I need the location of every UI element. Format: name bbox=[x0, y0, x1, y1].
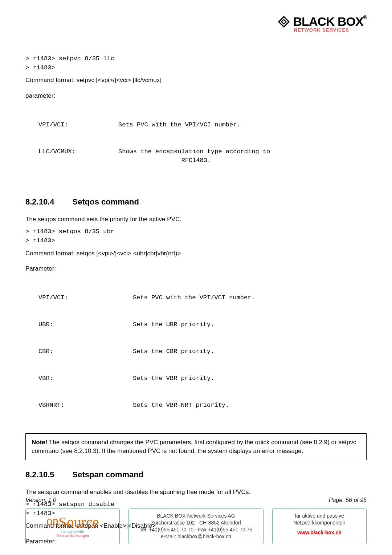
param-row: UBR:Sets the UBR priority. bbox=[38, 320, 367, 329]
param-row: VBRNRT:Sets the VBR-NRT priority. bbox=[38, 401, 367, 410]
setspan-description: The setspan command enables and disables… bbox=[25, 488, 367, 497]
note-body: The setqos command changes the PVC param… bbox=[32, 439, 356, 454]
param-row: VPI/VCI:Sets PVC with the VPI/VCI number… bbox=[38, 121, 367, 130]
parameter-list: VPI/VCI:Sets PVC with the VPI/VCI number… bbox=[38, 276, 367, 419]
parameter-heading: parameter: bbox=[25, 92, 367, 101]
page-number: Page. 56 of 95 bbox=[329, 497, 367, 503]
param-row: CBR:Sets the CBR priority. bbox=[38, 347, 367, 356]
page-footer: Version: 1.0 Page. 56 of 95 onSource für… bbox=[25, 497, 367, 544]
command-format-setqos: Command format: setqos [<vpi>/]<vci> <ub… bbox=[25, 249, 367, 258]
section-heading-setspan: 8.2.10.5Setspan command bbox=[25, 469, 367, 481]
footer-address-box: BLACK BOX Network Services AG Zürcherstr… bbox=[128, 509, 264, 544]
setqos-description: The setqos command sets the priority for… bbox=[25, 215, 367, 224]
parameter-list: VPI/VCI:Sets PVC with the VPI/VCI number… bbox=[38, 103, 367, 174]
param-row: LLC/VCMUX:Shows the encapsulation type a… bbox=[38, 147, 367, 165]
parameter-list: Enable:To enable the spanning tree mode … bbox=[38, 548, 367, 555]
param-row: VPI/VCI:Sets PVC with the VPI/VCI number… bbox=[38, 293, 367, 303]
parameter-heading: Parameter: bbox=[25, 264, 367, 274]
param-row: VBR:Sets the VBR priority. bbox=[38, 374, 367, 383]
website-link[interactable]: www.black-box.ch bbox=[297, 530, 342, 535]
code-block-setqos: > r1483> setqos 8/35 ubr > r1483> bbox=[25, 227, 367, 245]
command-format-setpvc: Command format: setpvc [<vpi>/]<vci> [ll… bbox=[25, 76, 367, 85]
version-label: Version: 1.0 bbox=[25, 497, 56, 503]
footer-link-box: für aktive und passive Netzwerkkomponent… bbox=[272, 509, 367, 544]
footer-logo-box: onSource für weltweite Netzwerklösungen bbox=[25, 509, 120, 544]
note-box: Note! The setqos command changes the PVC… bbox=[25, 433, 367, 460]
section-heading-setqos: 8.2.10.4Setqos command bbox=[25, 196, 367, 208]
note-lead: Note! bbox=[32, 439, 47, 446]
brand-logo: BLACK BOX® NETWORK SERVICES bbox=[277, 15, 367, 33]
diamond-icon bbox=[277, 15, 290, 28]
logo-text: BLACK BOX® bbox=[293, 15, 367, 29]
code-block-setpvc: > r1483> setpvc 8/35 llc > r1483> bbox=[25, 54, 367, 72]
